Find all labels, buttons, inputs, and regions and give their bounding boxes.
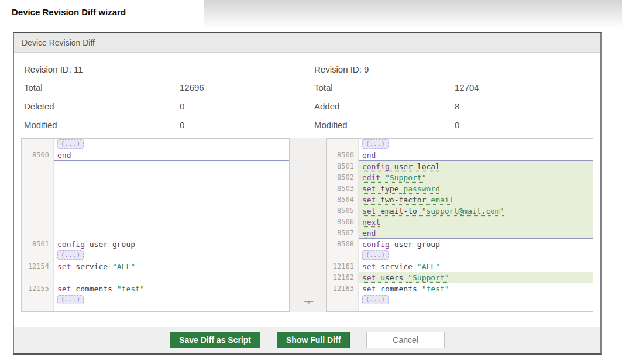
code-text: next [359,217,593,228]
code-text: set service "ALL" [54,261,289,272]
line-number: 8501 [327,161,359,172]
code-text [54,217,289,228]
diff-center-gutter: ⇒⇐ [290,138,326,312]
stat-row-total-left: Total 12696 [21,78,311,97]
save-diff-as-script-button[interactable]: Save Diff as Script [170,332,260,348]
line-number: 12155 [22,283,54,294]
fold-expand-badge[interactable]: (...) [57,250,84,260]
code-token: set [362,284,376,293]
code-token: end [362,229,376,238]
diff-fold-row: (...) [327,250,593,261]
line-number: 8500 [327,150,359,161]
stat-row-deleted-left: Deleted 0 [21,97,311,116]
line-number [22,161,54,172]
code-token: user local [390,162,440,171]
diff-empty-row [327,305,593,311]
fold-expand-badge[interactable]: (...) [362,139,389,149]
diff-code-row: 8500end [22,150,289,161]
diff-fold-row: (...) [22,139,289,150]
code-token: "Support" [385,173,426,182]
code-token: set [362,207,376,215]
code-text: end [54,150,289,161]
diff-added-row: 8502edit "Support" [327,172,593,183]
stat-label: Modified [24,116,180,135]
diff-code-row: 8500end [327,150,593,161]
line-number: 8502 [327,172,359,183]
line-number [22,294,54,305]
fold-expand-badge[interactable]: (...) [362,295,389,304]
revision-id-right: Revision ID: 9 [311,61,593,78]
diff-added-row: 8507end [327,228,593,239]
diff-empty-row [22,161,289,172]
diff-empty-row [22,183,289,194]
folded-section: (...) [359,250,593,261]
diff-empty-row [22,194,289,205]
diff-fold-row: (...) [22,294,289,305]
stat-value: 0 [455,116,459,135]
merge-diff-icon[interactable]: ⇒⇐ [304,298,312,306]
revision-stats: Revision ID: 11 Total 12696 Deleted 0 Mo… [21,61,593,135]
stat-label: Modified [314,116,455,135]
fold-expand-badge[interactable]: (...) [57,139,84,149]
code-token: end [57,151,71,160]
code-token: comments [376,284,421,293]
fold-expand-badge[interactable]: (...) [57,295,84,304]
diff-added-row: 8503set type password [327,183,593,194]
dialog-body: Revision ID: 11 Total 12696 Deleted 0 Mo… [14,61,600,312]
code-token: password [403,184,440,193]
stat-label: Added [314,97,455,116]
line-number [22,194,54,205]
code-text: end [359,228,593,239]
diff-code-row: 12154set service "ALL" [22,261,289,272]
code-text [54,205,289,217]
stat-row-modified-left: Modified 0 [21,116,311,135]
line-number: 8500 [22,150,54,161]
cancel-button[interactable]: Cancel [366,332,445,348]
diff-empty-row [22,172,289,183]
code-text [54,172,289,183]
line-number [22,228,54,239]
diff-view: (...)8500end8501config user group(...)12… [21,138,593,312]
show-full-diff-button[interactable]: Show Full Diff [277,332,350,348]
revision-stats-right: Revision ID: 9 Total 12704 Added 8 Modif… [311,61,593,135]
line-number [22,272,54,283]
diff-empty-row [22,228,289,239]
folded-section: (...) [359,294,593,305]
diff-panel-right: (...)8500end8501config user local8502edi… [326,138,593,312]
page-title: Device Revision Diff wizard [12,7,126,17]
line-number: 8504 [327,194,359,205]
line-number [22,172,54,183]
line-number: 8503 [327,183,359,194]
code-token: user group [390,240,440,249]
folded-section: (...) [359,139,593,150]
code-token: config [362,240,390,249]
line-number: 8505 [327,205,359,217]
diff-empty-row [22,217,289,228]
stat-row-added-right: Added 8 [311,97,593,116]
code-token: set [57,262,71,271]
diff-added-row: 8501config user local [327,161,593,172]
diff-fold-row: (...) [22,250,289,261]
revision-id-left: Revision ID: 11 [21,61,311,78]
stat-row-total-right: Total 12704 [311,78,593,97]
diff-empty-row [22,272,289,283]
code-text [54,194,289,205]
diff-empty-row [22,305,289,311]
code-token: service [376,262,417,271]
code-token: set [57,284,71,293]
line-number: 12162 [327,272,359,283]
line-number: 8506 [327,217,359,228]
code-token: comments [71,284,116,293]
line-number [327,250,359,261]
diff-code-row: 12161set service "ALL" [327,261,593,272]
fold-expand-badge[interactable]: (...) [362,250,389,260]
line-number: 12154 [22,261,54,272]
diff-code-row: 8501config user group [22,239,289,250]
code-text: set two-factor email [359,194,593,205]
code-token: next [362,218,380,226]
code-text [54,161,289,172]
code-token [380,173,385,182]
device-revision-diff-dialog: Device Revision Diff Revision ID: 11 Tot… [13,32,602,355]
diff-added-row: 12162set users "Support" [327,272,593,283]
code-token: config [362,162,390,171]
